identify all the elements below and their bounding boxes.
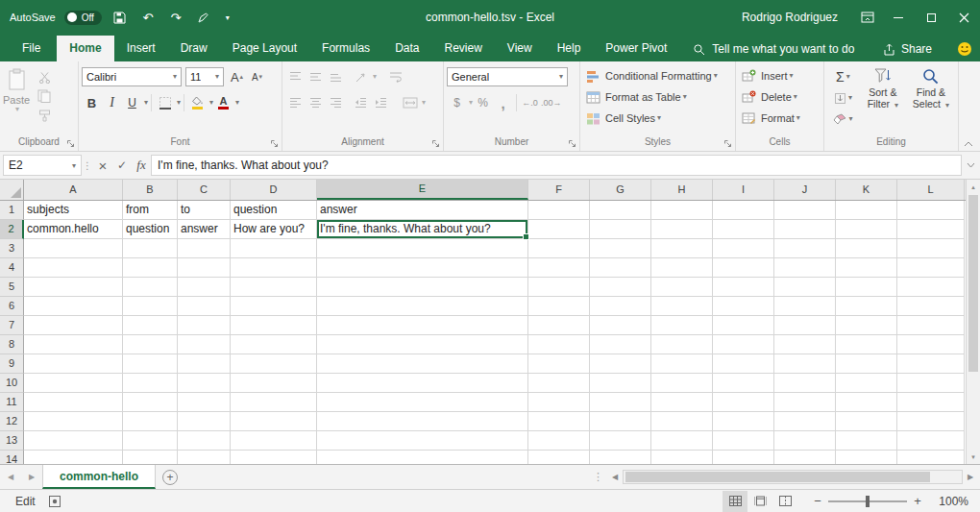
cell-E9[interactable]: [317, 354, 528, 374]
cell-H2[interactable]: [651, 220, 713, 239]
cell-L10[interactable]: [897, 374, 965, 393]
row-header-12[interactable]: 12: [0, 412, 24, 431]
cell-E12[interactable]: [317, 412, 528, 431]
cell-A13[interactable]: [24, 431, 123, 451]
currency-dropdown-icon[interactable]: ▾: [469, 99, 473, 107]
cell-J3[interactable]: [774, 239, 836, 258]
cell-J12[interactable]: [774, 412, 836, 431]
insert-function-icon[interactable]: fx: [132, 155, 151, 176]
cell-H9[interactable]: [651, 354, 713, 374]
ribbon-tab-review[interactable]: Review: [431, 36, 494, 61]
cell-D5[interactable]: [231, 278, 317, 297]
autosave-toggle[interactable]: Off: [64, 11, 102, 25]
clipboard-dialog-launcher-icon[interactable]: [66, 139, 75, 148]
comma-format-button[interactable]: ,: [494, 93, 512, 112]
zoom-slider-thumb[interactable]: [866, 496, 870, 507]
clear-button[interactable]: ▾: [827, 109, 859, 130]
undo-icon[interactable]: ↶: [138, 7, 158, 28]
currency-format-button[interactable]: $: [448, 93, 466, 112]
cell-I14[interactable]: [713, 451, 774, 464]
ribbon-tab-home[interactable]: Home: [57, 36, 113, 61]
cell-K4[interactable]: [836, 258, 897, 278]
cell-D7[interactable]: [231, 316, 317, 335]
ribbon-tab-data[interactable]: Data: [382, 36, 431, 61]
cell-styles-button[interactable]: Cell Styles ▾: [583, 108, 732, 129]
cell-E6[interactable]: [317, 297, 528, 316]
cell-K11[interactable]: [836, 393, 897, 412]
align-top-icon[interactable]: [286, 67, 305, 86]
font-color-dropdown-icon[interactable]: ▾: [235, 99, 239, 107]
row-header-8[interactable]: 8: [0, 335, 24, 354]
decrease-decimal-icon[interactable]: .00→: [541, 93, 562, 112]
cell-E8[interactable]: [317, 335, 528, 354]
ribbon-tab-file[interactable]: File: [6, 36, 57, 61]
pen-mode-icon[interactable]: [194, 7, 213, 28]
cell-L12[interactable]: [897, 412, 965, 431]
borders-button[interactable]: [156, 93, 174, 112]
column-header-B[interactable]: B: [123, 180, 178, 200]
cell-C12[interactable]: [178, 412, 231, 431]
column-header-H[interactable]: H: [651, 180, 713, 200]
format-painter-icon[interactable]: [35, 106, 54, 125]
font-dialog-launcher-icon[interactable]: [270, 139, 279, 148]
cell-G6[interactable]: [590, 297, 651, 316]
cell-I13[interactable]: [713, 431, 774, 451]
cut-icon[interactable]: [35, 67, 54, 86]
increase-indent-icon[interactable]: [372, 93, 390, 112]
cell-G4[interactable]: [590, 258, 651, 278]
row-header-11[interactable]: 11: [0, 393, 24, 412]
column-header-J[interactable]: J: [774, 180, 836, 200]
cell-H12[interactable]: [651, 412, 713, 431]
column-header-L[interactable]: L: [897, 180, 965, 200]
cell-G1[interactable]: [590, 201, 651, 220]
column-header-D[interactable]: D: [231, 180, 317, 200]
tell-me-box[interactable]: Tell me what you want to do: [693, 42, 854, 61]
cell-E1[interactable]: answer: [317, 201, 528, 220]
scroll-left-icon[interactable]: ◀: [607, 473, 623, 481]
cell-E13[interactable]: [317, 431, 528, 451]
ribbon-tab-page-layout[interactable]: Page Layout: [220, 36, 309, 61]
cell-C4[interactable]: [178, 258, 231, 278]
cell-D1[interactable]: question: [231, 201, 317, 220]
cell-I11[interactable]: [713, 393, 774, 412]
cell-I10[interactable]: [713, 374, 774, 393]
cell-A12[interactable]: [24, 412, 123, 431]
cell-B6[interactable]: [123, 297, 178, 316]
ribbon-tab-draw[interactable]: Draw: [168, 36, 220, 61]
zoom-in-icon[interactable]: +: [907, 494, 928, 508]
italic-button[interactable]: I: [103, 93, 121, 112]
cell-K9[interactable]: [836, 354, 897, 374]
minimize-button[interactable]: [882, 0, 915, 35]
alignment-dialog-launcher-icon[interactable]: [431, 139, 440, 148]
cell-H11[interactable]: [651, 393, 713, 412]
row-header-13[interactable]: 13: [0, 431, 24, 451]
cell-G13[interactable]: [590, 431, 651, 451]
cell-J8[interactable]: [774, 335, 836, 354]
column-header-C[interactable]: C: [178, 180, 231, 200]
cell-I3[interactable]: [713, 239, 774, 258]
cell-K12[interactable]: [836, 412, 897, 431]
cell-B1[interactable]: from: [123, 201, 178, 220]
column-header-K[interactable]: K: [836, 180, 897, 200]
cell-G14[interactable]: [590, 451, 651, 464]
cell-B5[interactable]: [123, 278, 178, 297]
cell-B13[interactable]: [123, 431, 178, 451]
insert-cells-button[interactable]: Insert ▾: [739, 65, 821, 86]
zoom-level[interactable]: 100%: [928, 495, 968, 508]
zoom-out-icon[interactable]: −: [807, 494, 828, 508]
copy-icon[interactable]: [35, 86, 54, 106]
cell-I4[interactable]: [713, 258, 774, 278]
cell-L14[interactable]: [897, 451, 965, 464]
font-color-button[interactable]: A: [214, 93, 233, 112]
cell-K13[interactable]: [836, 431, 897, 451]
cell-I12[interactable]: [713, 412, 774, 431]
page-break-view-icon[interactable]: [772, 491, 797, 512]
cell-J10[interactable]: [774, 374, 836, 393]
cell-J14[interactable]: [774, 451, 836, 464]
cell-H14[interactable]: [651, 451, 713, 464]
cell-C1[interactable]: to: [178, 201, 231, 220]
cell-H1[interactable]: [651, 201, 713, 220]
cell-C14[interactable]: [178, 451, 231, 464]
zoom-slider[interactable]: [828, 491, 907, 512]
name-box[interactable]: E2 ▾: [3, 155, 82, 176]
